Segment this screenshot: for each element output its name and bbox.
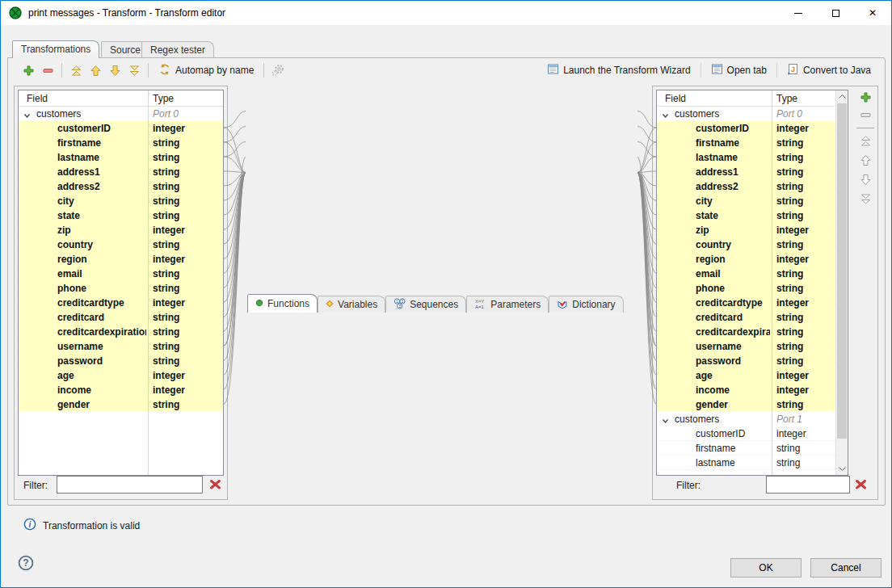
field-row[interactable]: creditcardstring <box>657 310 835 325</box>
record-group-row[interactable]: customersPort 0 <box>657 107 835 121</box>
scroll-down-arrow[interactable] <box>836 463 848 475</box>
field-row[interactable]: zipinteger <box>657 223 835 237</box>
field-row[interactable]: creditcardexpirationstring <box>19 325 223 339</box>
field-row[interactable]: firstnamestring <box>19 136 223 150</box>
move-top-button[interactable] <box>66 62 86 78</box>
add-field-button[interactable] <box>860 92 871 105</box>
field-row[interactable]: lastnamestring <box>657 456 835 470</box>
field-row[interactable]: lastnamestring <box>657 150 835 165</box>
field-type: integer <box>776 123 809 134</box>
input-filter-input[interactable] <box>57 476 203 494</box>
tab-dictionary[interactable]: Dictionary <box>549 296 623 313</box>
close-button[interactable]: ✕ <box>854 1 891 25</box>
field-name: region <box>57 254 146 265</box>
field-row[interactable]: passwordstring <box>19 354 223 368</box>
move-field-down-button[interactable] <box>860 174 872 188</box>
field-row[interactable]: firstnamestring <box>657 136 835 150</box>
field-row[interactable]: firstnamestring <box>657 441 835 456</box>
minimize-button[interactable] <box>780 1 817 25</box>
field-row[interactable]: address2string <box>19 179 223 194</box>
field-row[interactable]: phonestring <box>19 281 223 296</box>
field-row[interactable]: creditcardexpirationstring <box>657 325 835 339</box>
scroll-up-arrow[interactable] <box>836 90 848 103</box>
help-button[interactable]: ? <box>18 555 34 571</box>
launch-wizard-button[interactable]: Launch the Transform Wizard <box>541 63 696 78</box>
field-row[interactable]: usernamestring <box>19 339 223 354</box>
record-group-row[interactable]: customersPort 0 <box>19 107 223 121</box>
field-name: gender <box>57 399 146 410</box>
tab-sequences[interactable]: 123 Sequences <box>385 296 466 313</box>
field-type: integer <box>153 297 185 309</box>
field-name: password <box>57 355 146 367</box>
clear-input-filter-button[interactable] <box>209 479 222 492</box>
field-type: string <box>153 181 179 192</box>
remove-transformation-button[interactable] <box>38 62 57 78</box>
dictionary-icon <box>557 298 568 312</box>
field-type: string <box>776 239 803 250</box>
automap-by-name-button[interactable]: Automap by name <box>153 63 259 78</box>
field-type: string <box>153 399 179 410</box>
output-table-vscrollbar[interactable] <box>835 90 848 475</box>
cancel-button[interactable]: Cancel <box>810 558 881 578</box>
field-type: string <box>776 195 803 207</box>
move-field-up-button[interactable] <box>860 154 872 169</box>
move-bottom-button[interactable] <box>124 62 144 78</box>
tab-transformations[interactable]: Transformations <box>12 40 99 58</box>
tree-expand-icon[interactable] <box>662 416 669 427</box>
move-up-button[interactable] <box>86 62 105 78</box>
tree-expand-icon[interactable] <box>23 111 31 122</box>
field-row[interactable]: customerIDinteger <box>657 121 835 136</box>
ok-button[interactable]: OK <box>730 558 802 578</box>
open-tab-button[interactable]: Open tab <box>705 63 772 78</box>
open-tab-icon <box>711 63 723 78</box>
field-type: integer <box>776 428 806 439</box>
field-row[interactable]: address1string <box>19 165 223 179</box>
field-row[interactable]: ageinteger <box>19 368 223 383</box>
clear-output-filter-button[interactable] <box>855 479 868 492</box>
field-row[interactable]: creditcardtypeinteger <box>19 296 223 310</box>
field-row[interactable]: usernamestring <box>657 339 835 354</box>
maximize-button[interactable] <box>817 1 854 25</box>
field-row[interactable]: ageinteger <box>657 368 835 383</box>
tab-variables[interactable]: Variables <box>318 296 385 313</box>
field-row[interactable]: emailstring <box>19 267 223 281</box>
field-row[interactable]: incomeinteger <box>657 383 835 397</box>
record-group-row[interactable]: customersPort 1 <box>657 412 835 426</box>
move-down-button[interactable] <box>105 62 124 78</box>
move-field-bottom-button[interactable] <box>860 193 872 208</box>
field-row[interactable]: incomeinteger <box>19 383 223 397</box>
field-row[interactable]: creditcardstring <box>19 310 223 325</box>
field-row[interactable]: statestring <box>657 208 835 223</box>
field-row[interactable]: emailstring <box>657 267 835 281</box>
field-row[interactable]: lastnamestring <box>19 150 223 165</box>
convert-to-java-button[interactable]: J Convert to Java <box>781 63 877 78</box>
field-row[interactable]: phonestring <box>657 281 835 296</box>
settings-gear-icon[interactable] <box>268 62 288 78</box>
field-row[interactable]: customerIDinteger <box>657 426 835 441</box>
tree-expand-icon[interactable] <box>662 111 669 122</box>
field-row[interactable]: regioninteger <box>19 252 223 267</box>
field-row[interactable]: citystring <box>657 194 835 208</box>
field-row[interactable]: creditcardtypeinteger <box>657 296 835 310</box>
field-row[interactable]: address2string <box>657 179 835 194</box>
add-transformation-button[interactable] <box>19 62 38 78</box>
remove-field-button[interactable] <box>860 110 871 121</box>
tab-functions[interactable]: Functions <box>247 294 318 313</box>
field-row[interactable]: passwordstring <box>657 354 835 368</box>
output-filter-input[interactable] <box>766 476 850 494</box>
field-row[interactable]: countrystring <box>19 237 223 252</box>
window-controls: ✕ <box>780 1 891 25</box>
field-row[interactable]: customerIDinteger <box>19 121 223 136</box>
field-row[interactable]: address1string <box>657 165 835 179</box>
tab-parameters[interactable]: X=YA=1 Parameters <box>466 296 549 313</box>
field-row[interactable]: regioninteger <box>657 252 835 267</box>
move-field-top-button[interactable] <box>860 135 872 149</box>
scroll-thumb[interactable] <box>837 103 847 439</box>
field-row[interactable]: statestring <box>19 208 223 223</box>
tab-regex-tester[interactable]: Regex tester <box>141 41 214 58</box>
field-row[interactable]: zipinteger <box>19 223 223 237</box>
field-row[interactable]: genderstring <box>19 397 223 412</box>
field-row[interactable]: citystring <box>19 194 223 208</box>
field-row[interactable]: countrystring <box>657 237 835 252</box>
field-row[interactable]: genderstring <box>657 397 835 412</box>
